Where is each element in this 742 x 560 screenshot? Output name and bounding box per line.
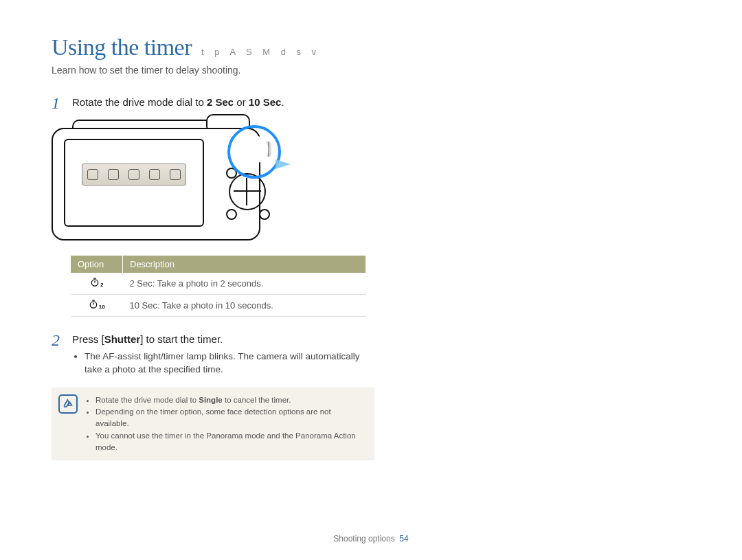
step-bullet: The AF-assist light/timer lamp blinks. T… — [85, 350, 374, 377]
step-1: 1 Rotate the drive mode dial to 2 Sec or… — [52, 95, 374, 111]
page-footer: Shooting options 54 — [0, 534, 742, 544]
t: : Take a photo in 10 seconds. — [157, 300, 273, 311]
note-bullet: You cannot use the timer in the Panorama… — [95, 430, 366, 454]
camera-dpad — [229, 173, 266, 210]
t: ] to start the timer. — [140, 333, 223, 345]
t: 10 — [99, 304, 105, 310]
note-bullet: Rotate the drive mode dial to Single to … — [95, 394, 366, 406]
t: Rotate the drive mode dial to — [72, 96, 207, 108]
t: Rotate the drive mode dial to — [95, 396, 199, 404]
t: : Take a photo in 2 seconds. — [153, 278, 264, 289]
t: . — [281, 96, 284, 108]
table-row: 10 10 Sec: Take a photo in 10 seconds. — [71, 295, 366, 317]
t: 2 Sec — [207, 96, 234, 108]
step-number: 2 — [52, 332, 64, 378]
options-table: Option Description 2 2 Sec: Take a photo… — [71, 256, 366, 317]
note-icon — [58, 394, 78, 414]
step-number: 1 — [52, 95, 64, 111]
step-2: 2 Press [Shutter] to start the timer. Th… — [52, 332, 374, 378]
step-text: Press [Shutter] to start the timer. The … — [72, 332, 374, 378]
t: Shutter — [104, 333, 141, 345]
camera-small-button — [226, 209, 237, 220]
footer-page-number: 54 — [399, 534, 408, 544]
mode-icon-strip: t p A S M d s v — [201, 47, 320, 57]
footer-section: Shooting options — [333, 534, 394, 544]
camera-illustration — [52, 120, 278, 243]
note-bullet: Depending on the timer option, some face… — [95, 406, 366, 430]
t: or — [234, 96, 249, 108]
timer-10sec-icon: 10 — [89, 300, 105, 309]
table-row: 2 2 Sec: Take a photo in 2 seconds. — [71, 273, 366, 295]
t: to cancel the timer. — [223, 396, 291, 404]
t: 10 Sec — [249, 96, 282, 108]
t: 2 — [100, 282, 103, 288]
drive-mode-dial-highlight-icon — [227, 125, 281, 179]
t: 2 Sec — [130, 278, 153, 289]
t: 10 Sec — [130, 300, 157, 311]
note-box: Rotate the drive mode dial to Single to … — [52, 388, 374, 460]
camera-menu-strip — [82, 164, 186, 186]
camera-small-button — [259, 209, 270, 220]
rotate-arrow-icon — [276, 159, 291, 169]
timer-2sec-icon: 2 — [90, 278, 103, 287]
page-subtitle: Learn how to set the timer to delay shoo… — [52, 65, 701, 76]
th-option: Option — [71, 256, 123, 273]
step-text: Rotate the drive mode dial to 2 Sec or 1… — [72, 95, 284, 111]
t: Press [ — [72, 333, 104, 345]
page-title: Using the timer — [52, 34, 192, 60]
th-description: Description — [123, 256, 366, 273]
t: Single — [199, 396, 223, 404]
